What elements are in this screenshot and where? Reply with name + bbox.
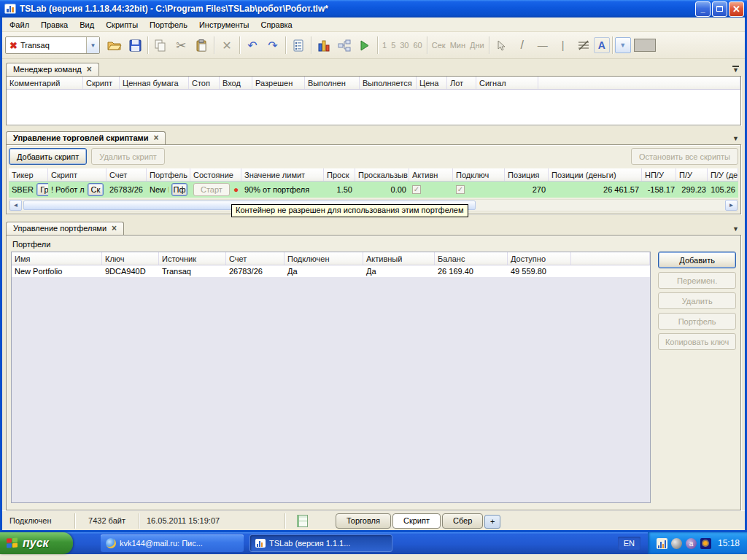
script-row[interactable]: SBERГр ! Робот лаСк 26783/26 New PПф Ста… <box>9 182 738 198</box>
column-header[interactable]: Сигнал <box>476 77 538 89</box>
tab-portfolio-manager[interactable]: Управление портфелями × <box>6 222 124 235</box>
start-button[interactable]: Старт <box>193 183 230 196</box>
line-tool-button[interactable]: / <box>512 35 533 55</box>
timeframe-5-button[interactable]: 5 <box>389 41 398 50</box>
active-checkbox[interactable]: ✓ <box>412 185 421 194</box>
delete-portfolio-button[interactable]: Удалить <box>658 292 736 309</box>
period-sec-button[interactable]: Сек <box>430 41 448 50</box>
menu-portfolio[interactable]: Портфель <box>144 19 193 31</box>
diagram-button[interactable] <box>334 35 355 55</box>
minimize-button[interactable]: _ <box>695 1 711 17</box>
tab-sber[interactable]: Сбер <box>442 513 483 529</box>
paste-button[interactable] <box>191 35 212 55</box>
menu-edit[interactable]: Правка <box>35 19 74 31</box>
text-tool-button[interactable]: A <box>594 37 610 53</box>
connection-tray-icon[interactable] <box>700 538 711 549</box>
menu-scripts[interactable]: Скрипты <box>100 19 144 31</box>
column-header[interactable]: П/У (ден <box>708 168 738 181</box>
column-header[interactable]: Доступно <box>508 252 571 265</box>
column-header[interactable]: Скрипт <box>83 77 120 89</box>
column-header[interactable]: Значение лимит <box>241 168 324 181</box>
pane-menu-icon[interactable]: ▼ <box>732 226 739 232</box>
column-header[interactable]: Позиции (деньги) <box>549 168 642 181</box>
portfolio-button[interactable]: Портфель <box>658 313 736 330</box>
tslab-tray-icon[interactable] <box>657 538 667 549</box>
column-header[interactable]: Тикер <box>9 168 48 181</box>
menu-view[interactable]: Вид <box>74 19 100 31</box>
column-header[interactable]: Баланс <box>435 252 508 265</box>
column-header[interactable]: Выполнен <box>305 77 360 89</box>
column-header[interactable]: Имя <box>12 252 102 265</box>
save-button[interactable] <box>125 35 145 55</box>
column-header[interactable]: П/У <box>676 168 708 181</box>
volume-icon[interactable] <box>671 538 682 549</box>
column-header[interactable]: Подключ <box>453 168 505 181</box>
run-button[interactable] <box>355 35 375 55</box>
portfolio-button[interactable]: Пф <box>171 183 187 196</box>
column-header[interactable]: Выполняется <box>360 77 417 89</box>
column-header[interactable]: Скрипт <box>48 168 107 181</box>
restore-button[interactable] <box>712 1 727 17</box>
column-header[interactable]: Разрешен <box>252 77 305 89</box>
menu-help[interactable]: Справка <box>255 19 298 31</box>
chart-button[interactable] <box>314 35 334 55</box>
timeframe-30-button[interactable]: 30 <box>398 41 411 50</box>
pane-menu-icon[interactable]: ▼ <box>732 66 739 73</box>
column-header[interactable]: Стоп <box>189 77 220 89</box>
graph-button[interactable]: Гр <box>36 183 48 196</box>
connected-checkbox[interactable]: ✓ <box>456 185 465 194</box>
pointer-tool-button[interactable] <box>492 35 512 55</box>
period-min-button[interactable]: Мин <box>448 41 468 50</box>
column-header[interactable]: Подключен <box>285 252 363 265</box>
column-header[interactable]: Источник <box>159 252 226 265</box>
delete-script-button[interactable]: Удалить скрипт <box>91 148 165 165</box>
add-tab-button[interactable]: + <box>484 515 500 529</box>
tab-script-manager[interactable]: Управление торговлей скриптами × <box>6 131 166 144</box>
properties-button[interactable] <box>288 35 309 55</box>
scroll-right-icon[interactable]: ► <box>725 200 738 211</box>
column-header[interactable]: Счет <box>107 168 147 181</box>
menu-tools[interactable]: Инструменты <box>193 19 255 31</box>
close-icon[interactable]: × <box>87 66 92 73</box>
copy-button[interactable] <box>150 35 171 55</box>
rename-portfolio-button[interactable]: Переимен. <box>658 272 736 289</box>
undo-button[interactable]: ↶ <box>242 35 263 55</box>
hline-tool-button[interactable]: — <box>533 35 553 55</box>
timeframe-1-button[interactable]: 1 <box>380 41 389 50</box>
column-header[interactable]: Комментарий <box>7 77 83 89</box>
close-icon[interactable]: × <box>112 225 117 232</box>
delete-button[interactable]: ✕ <box>217 35 237 55</box>
agent-tray-icon[interactable]: a <box>686 538 697 549</box>
column-header-sorted[interactable]: Проскальзыв▲ <box>355 168 409 181</box>
start-button[interactable]: пуск <box>0 532 73 554</box>
timeframe-60-button[interactable]: 60 <box>411 41 425 50</box>
scroll-left-icon[interactable]: ◄ <box>9 200 22 211</box>
close-button[interactable]: ✕ <box>729 1 744 17</box>
add-script-button[interactable]: Добавить скрипт <box>9 148 87 165</box>
column-header[interactable]: Ценная бумага <box>120 77 189 89</box>
column-header[interactable]: Лот <box>447 77 476 89</box>
pane-menu-icon[interactable]: ▼ <box>732 136 739 141</box>
column-header[interactable]: Портфель <box>147 168 190 181</box>
taskbar-task-tslab[interactable]: TSLab (версия 1.1.1... <box>249 534 392 552</box>
vline-tool-button[interactable]: | <box>553 35 573 55</box>
column-header[interactable]: Ключ <box>102 252 159 265</box>
column-header[interactable]: Активный <box>363 252 435 265</box>
column-header[interactable]: Состояние <box>190 168 241 181</box>
color-swatch[interactable] <box>634 39 656 52</box>
log-icon[interactable] <box>297 515 308 527</box>
trend-tool-button[interactable] <box>573 35 594 55</box>
column-header[interactable]: НП/У <box>642 168 676 181</box>
script-button[interactable]: Ск <box>88 183 104 196</box>
copy-key-button[interactable]: Копировать ключ <box>658 333 736 350</box>
connection-combobox[interactable]: ✖ Transaq ▼ <box>5 36 100 54</box>
tab-command-manager[interactable]: Менеджер команд × <box>6 63 99 76</box>
redo-button[interactable]: ↷ <box>263 35 283 55</box>
column-header[interactable]: Проск <box>324 168 355 181</box>
column-header[interactable]: Цена <box>417 77 447 89</box>
column-header[interactable]: Активн <box>409 168 453 181</box>
column-header[interactable]: Вход <box>220 77 252 89</box>
taskbar-task-mail[interactable]: kvk144@mail.ru: Пис... <box>101 534 244 552</box>
close-icon[interactable]: × <box>153 134 158 141</box>
period-day-button[interactable]: Дни <box>468 41 487 50</box>
